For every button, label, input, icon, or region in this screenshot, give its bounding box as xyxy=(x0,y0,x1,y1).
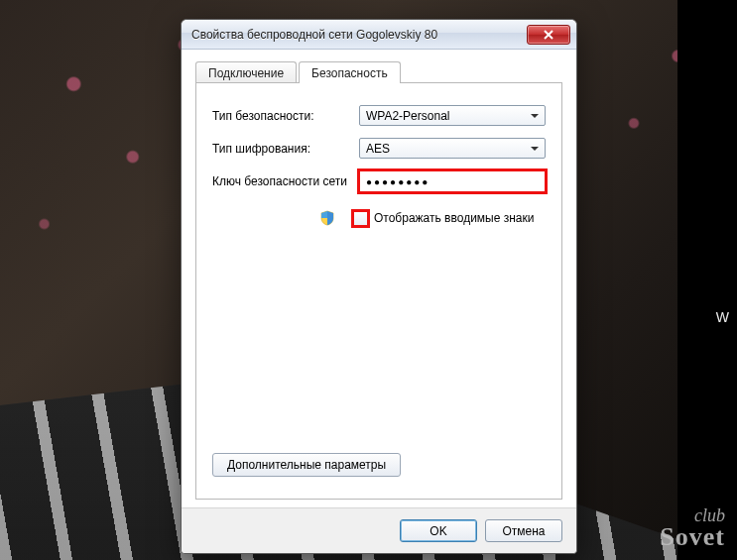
tab-connection[interactable]: Подключение xyxy=(195,61,297,83)
row-encryption: Тип шифрования: AES xyxy=(212,138,546,159)
label-security-type: Тип безопасности: xyxy=(212,109,359,123)
label-network-key: Ключ безопасности сети xyxy=(212,174,359,188)
dialog-window: Свойства беспроводной сети Gogolevskiy 8… xyxy=(181,19,577,554)
watermark: club Sovet xyxy=(660,506,725,550)
watermark-line2: Sovet xyxy=(660,524,725,550)
dropdown-security-type-value: WPA2-Personal xyxy=(366,109,449,123)
window-title: Свойства беспроводной сети Gogolevskiy 8… xyxy=(191,28,527,42)
dialog-footer: OK Отмена xyxy=(182,507,576,553)
dropdown-encryption-value: AES xyxy=(366,142,390,156)
titlebar[interactable]: Свойства беспроводной сети Gogolevskiy 8… xyxy=(182,20,576,50)
shield-icon xyxy=(319,210,335,226)
tab-strip: Подключение Безопасность xyxy=(195,59,562,83)
label-show-characters: Отображать вводимые знаки xyxy=(374,211,534,225)
tab-security[interactable]: Безопасность xyxy=(299,61,401,83)
input-network-key[interactable] xyxy=(359,170,546,192)
stray-letter: W xyxy=(716,309,729,325)
dropdown-security-type[interactable]: WPA2-Personal xyxy=(359,105,546,126)
checkbox-show-characters[interactable] xyxy=(353,211,368,226)
close-button[interactable] xyxy=(527,25,570,45)
cancel-button[interactable]: Отмена xyxy=(485,519,562,542)
close-icon xyxy=(544,30,553,40)
tab-content-security: Тип безопасности: WPA2-Personal Тип шифр… xyxy=(195,83,562,500)
row-show-characters: Отображать вводимые знаки xyxy=(319,210,546,226)
row-network-key: Ключ безопасности сети xyxy=(212,170,546,192)
advanced-settings-button[interactable]: Дополнительные параметры xyxy=(212,453,401,477)
label-encryption: Тип шифрования: xyxy=(212,142,359,156)
dropdown-encryption[interactable]: AES xyxy=(359,138,546,159)
dialog-body: Подключение Безопасность Тип безопасност… xyxy=(182,50,576,507)
ok-button[interactable]: OK xyxy=(400,519,477,542)
right-black-bar xyxy=(677,0,737,560)
row-security-type: Тип безопасности: WPA2-Personal xyxy=(212,105,546,126)
